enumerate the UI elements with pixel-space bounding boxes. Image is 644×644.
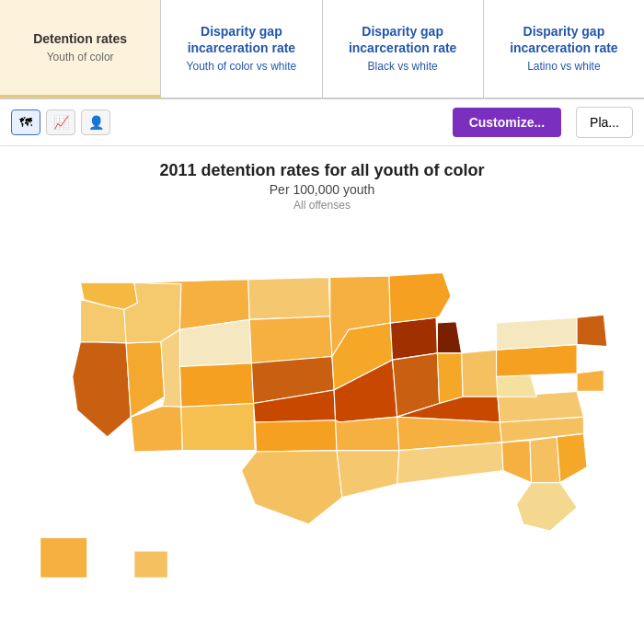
person-view-button[interactable]: 👤 — [81, 109, 110, 135]
state-ar[interactable] — [336, 417, 399, 450]
state-la[interactable] — [337, 451, 399, 498]
tab-subtitle-latino: Latino vs white — [527, 60, 600, 75]
state-ak[interactable] — [40, 537, 87, 578]
customize-button[interactable]: Customize... — [453, 108, 561, 137]
tab-title-detention: Detention rates — [33, 30, 127, 47]
tab-subtitle-yoc: Youth of color vs white — [187, 60, 297, 75]
state-ok[interactable] — [255, 420, 337, 452]
state-az[interactable] — [131, 406, 182, 452]
state-mi-upper[interactable] — [389, 272, 451, 323]
state-oh[interactable] — [462, 350, 498, 397]
state-ne-states[interactable] — [577, 315, 607, 346]
tab-disparity-yoc[interactable]: Disparity gap incarceration rate Youth o… — [161, 0, 322, 98]
tab-disparity-black[interactable]: Disparity gap incarceration rate Black v… — [323, 0, 484, 98]
tab-title-black: Disparity gap incarceration rate — [334, 23, 472, 56]
state-in[interactable] — [437, 353, 463, 404]
state-sc[interactable] — [557, 433, 587, 482]
chart-sub2: All offenses — [0, 199, 644, 212]
state-fl[interactable] — [516, 483, 577, 532]
tab-disparity-latino[interactable]: Disparity gap incarceration rate Latino … — [484, 0, 644, 98]
state-nd[interactable] — [248, 277, 330, 319]
chart-title: 2011 detention rates for all youth of co… — [0, 161, 644, 180]
map-view-button[interactable]: 🗺 — [11, 109, 40, 135]
map-icon: 🗺 — [19, 115, 32, 130]
state-al[interactable] — [501, 441, 531, 483]
state-wi[interactable] — [390, 317, 437, 360]
state-sd[interactable] — [249, 316, 332, 363]
state-mi-lower[interactable] — [437, 322, 461, 353]
us-map — [0, 221, 644, 644]
toolbar: 🗺 📈 👤 Customize... Pla... — [0, 99, 644, 146]
main-content: 2011 detention rates for all youth of co… — [0, 146, 644, 644]
state-nv[interactable] — [126, 341, 165, 417]
tab-detention-rates[interactable]: Detention rates Youth of color — [0, 0, 161, 98]
state-ny[interactable] — [497, 317, 578, 350]
chart-icon: 📈 — [53, 115, 69, 130]
chart-subtitle: Per 100,000 youth — [0, 182, 644, 197]
map-svg — [0, 221, 644, 644]
tab-subtitle-detention: Youth of color — [47, 51, 114, 65]
state-nm[interactable] — [181, 404, 255, 451]
state-hi[interactable] — [134, 551, 167, 578]
state-tx[interactable] — [242, 451, 342, 524]
tab-title-latino: Disparity gap incarceration rate — [495, 23, 633, 56]
tab-title-yoc: Disparity gap incarceration rate — [172, 23, 310, 56]
state-ut[interactable] — [161, 329, 181, 407]
state-ca[interactable] — [73, 341, 131, 437]
tab-subtitle-black: Black vs white — [368, 60, 438, 75]
person-icon: 👤 — [88, 115, 104, 130]
state-md-area[interactable] — [577, 370, 604, 391]
state-co[interactable] — [179, 363, 253, 407]
play-button[interactable]: Pla... — [576, 107, 633, 138]
state-ga[interactable] — [530, 437, 560, 483]
tabs-row: Detention rates Youth of color Disparity… — [0, 0, 644, 99]
chart-view-button[interactable]: 📈 — [46, 109, 75, 135]
